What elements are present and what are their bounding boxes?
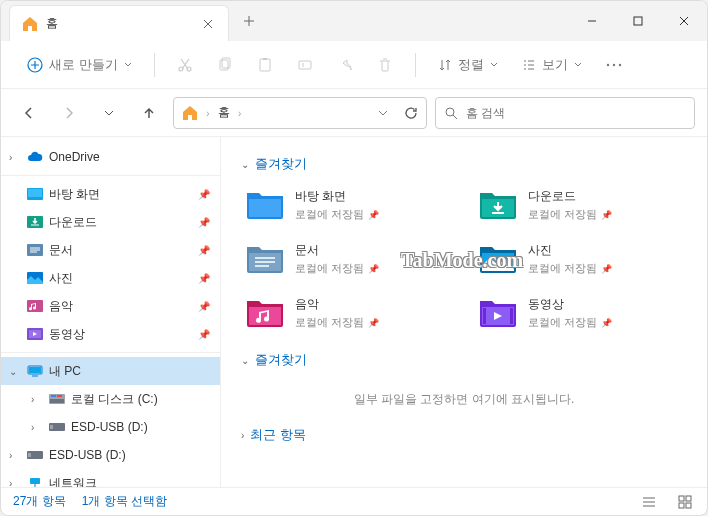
svg-rect-0 (634, 17, 642, 25)
svg-rect-20 (29, 367, 41, 373)
status-count: 27개 항목 (13, 493, 66, 510)
pc-icon (27, 363, 43, 379)
sidebar-item-label: 네트워크 (49, 475, 212, 488)
section-favorites-2[interactable]: ⌄ 즐겨찾기 (241, 351, 687, 369)
quick-item-desktop[interactable]: 바탕 화면 로컬에 저장됨📌 (241, 183, 454, 227)
svg-rect-38 (679, 496, 684, 501)
chevron-down-icon[interactable]: ⌄ (9, 366, 21, 377)
chevron-right-icon: › (238, 107, 242, 119)
svg-rect-22 (50, 399, 64, 403)
picture-icon (27, 270, 43, 286)
back-button[interactable] (13, 97, 45, 129)
add-tab-button[interactable] (233, 5, 265, 37)
address-bar[interactable]: › 홈 › (173, 97, 427, 129)
sidebar-item-label: OneDrive (49, 150, 212, 164)
home-icon (22, 16, 38, 32)
statusbar: 27개 항목 1개 항목 선택함 (1, 487, 707, 515)
quick-item-documents[interactable]: 문서 로컬에 저장됨📌 (241, 237, 454, 281)
quick-item-music[interactable]: 음악 로컬에 저장됨📌 (241, 291, 454, 335)
music-icon (27, 298, 43, 314)
sidebar-item-onedrive[interactable]: › OneDrive (1, 143, 220, 171)
icons-view-button[interactable] (675, 492, 695, 512)
svg-rect-29 (30, 478, 40, 484)
search-box[interactable] (435, 97, 695, 129)
chevron-right-icon: › (206, 107, 210, 119)
svg-point-8 (612, 63, 614, 65)
svg-rect-24 (57, 395, 62, 397)
sidebar-item-thispc[interactable]: ⌄ 내 PC (1, 357, 220, 385)
pin-icon: 📌 (601, 318, 612, 328)
pin-icon: 📌 (198, 301, 212, 312)
chevron-right-icon[interactable]: › (9, 478, 21, 488)
sidebar-item-music[interactable]: 음악 📌 (1, 292, 220, 320)
view-button[interactable]: 보기 (512, 47, 592, 83)
sidebar-item-drive-d2[interactable]: › ESD-USB (D:) (1, 441, 220, 469)
sort-label: 정렬 (458, 56, 484, 74)
close-window-button[interactable] (661, 5, 707, 37)
sidebar-item-desktop[interactable]: 바탕 화면 📌 (1, 180, 220, 208)
refresh-button[interactable] (404, 106, 418, 120)
sidebar-item-videos[interactable]: 동영상 📌 (1, 320, 220, 348)
chevron-right-icon[interactable]: › (31, 394, 43, 405)
search-input[interactable] (466, 106, 686, 120)
sidebar-item-drive-d1[interactable]: › ESD-USB (D:) (1, 413, 220, 441)
download-folder-icon (478, 187, 518, 223)
picture-folder-icon (478, 241, 518, 277)
item-subtitle: 로컬에 저장됨 (528, 261, 597, 276)
close-icon[interactable] (200, 16, 216, 32)
breadcrumb-home[interactable]: 홈 (218, 104, 230, 121)
section-label: 즐겨찾기 (255, 351, 307, 369)
sidebar-item-label: 로컬 디스크 (C:) (71, 391, 212, 408)
section-recent[interactable]: › 최근 항목 (241, 426, 687, 444)
maximize-button[interactable] (615, 5, 661, 37)
tab-home[interactable]: 홈 (9, 5, 229, 41)
pin-icon: 📌 (198, 329, 212, 340)
new-button[interactable]: 새로 만들기 (17, 47, 142, 83)
quick-item-downloads[interactable]: 다운로드 로컬에 저장됨📌 (474, 183, 687, 227)
desktop-icon (27, 186, 43, 202)
sidebar-item-pictures[interactable]: 사진 📌 (1, 264, 220, 292)
network-icon (27, 475, 43, 487)
item-title: 다운로드 (528, 188, 612, 205)
sidebar-item-label: 동영상 (49, 326, 192, 343)
chevron-down-icon: ⌄ (241, 159, 249, 170)
new-label: 새로 만들기 (49, 56, 118, 74)
svg-rect-12 (28, 189, 42, 197)
pin-icon: 📌 (601, 264, 612, 274)
chevron-right-icon[interactable]: › (9, 152, 21, 163)
sidebar-item-downloads[interactable]: 다운로드 📌 (1, 208, 220, 236)
pin-icon: 📌 (198, 217, 212, 228)
pin-icon: 📌 (198, 245, 212, 256)
recent-dropdown[interactable] (93, 97, 125, 129)
status-selected: 1개 항목 선택함 (82, 493, 167, 510)
titlebar: 홈 (1, 1, 707, 41)
sidebar-item-network[interactable]: › 네트워크 (1, 469, 220, 487)
addressbar-dropdown[interactable] (378, 108, 388, 118)
sidebar: › OneDrive 바탕 화면 📌 다운로드 📌 문서 � (1, 137, 221, 487)
view-label: 보기 (542, 56, 568, 74)
sidebar-item-documents[interactable]: 문서 📌 (1, 236, 220, 264)
rename-button (287, 47, 323, 83)
section-label: 즐겨찾기 (255, 155, 307, 173)
up-button[interactable] (133, 97, 165, 129)
drive-icon (49, 391, 65, 407)
sidebar-item-label: 다운로드 (49, 214, 192, 231)
quick-item-pictures[interactable]: 사진 로컬에 저장됨📌 (474, 237, 687, 281)
svg-rect-26 (50, 425, 53, 429)
search-icon (444, 106, 458, 120)
sidebar-item-drive-c[interactable]: › 로컬 디스크 (C:) (1, 385, 220, 413)
svg-point-9 (618, 63, 620, 65)
more-button[interactable] (596, 47, 632, 83)
minimize-button[interactable] (569, 5, 615, 37)
chevron-right-icon[interactable]: › (9, 450, 21, 461)
cut-button (167, 47, 203, 83)
section-favorites[interactable]: ⌄ 즐겨찾기 (241, 155, 687, 173)
pin-icon: 📌 (368, 264, 379, 274)
svg-rect-5 (263, 58, 267, 60)
chevron-right-icon[interactable]: › (31, 422, 43, 433)
quick-item-videos[interactable]: 동영상 로컬에 저장됨📌 (474, 291, 687, 335)
sort-button[interactable]: 정렬 (428, 47, 508, 83)
details-view-button[interactable] (639, 492, 659, 512)
home-icon (182, 105, 198, 121)
svg-rect-6 (299, 61, 311, 69)
